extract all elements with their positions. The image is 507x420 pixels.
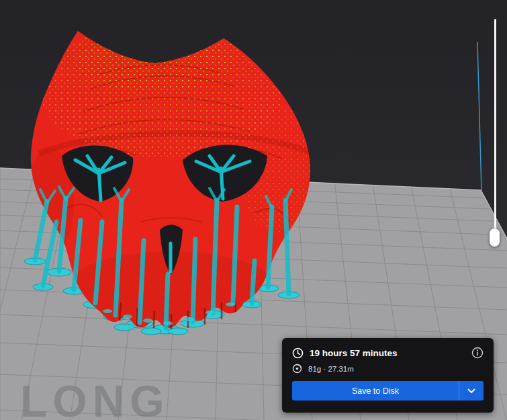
layer-slider-track[interactable] bbox=[494, 19, 496, 228]
print-time-text: 19 hours 57 minutes bbox=[310, 348, 398, 358]
material-stats-text: 81g · 27.31m bbox=[308, 365, 354, 373]
chevron-down-icon bbox=[467, 388, 475, 394]
layer-slider-handle[interactable] bbox=[490, 228, 500, 247]
filament-spool-icon bbox=[292, 364, 302, 374]
info-icon[interactable] bbox=[471, 347, 483, 359]
save-options-caret[interactable] bbox=[459, 381, 483, 401]
clock-icon bbox=[292, 347, 304, 359]
print-summary-panel: 19 hours 57 minutes 81g · 27.31m Save to… bbox=[282, 338, 494, 413]
build-volume-edge-line bbox=[477, 42, 481, 191]
slicer-preview-viewport[interactable]: LONG bbox=[0, 0, 507, 420]
save-to-disk-label: Save to Disk bbox=[292, 381, 459, 401]
plate-brand-label: LONG bbox=[20, 376, 170, 420]
save-to-disk-button[interactable]: Save to Disk bbox=[292, 381, 483, 401]
